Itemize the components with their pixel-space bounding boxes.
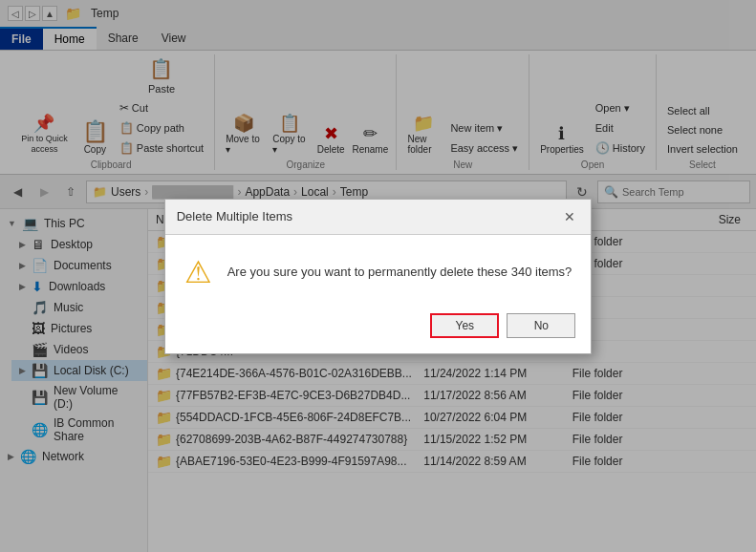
dialog-overlay: Delete Multiple Items ✕ ⚠ Are you sure y… xyxy=(0,0,756,552)
dialog-close-button[interactable]: ✕ xyxy=(560,207,579,226)
dialog-title: Delete Multiple Items xyxy=(177,209,292,223)
dialog-body: ⚠ Are you sure you want to permanently d… xyxy=(165,235,592,306)
dialog-message: Are you sure you want to permanently del… xyxy=(227,265,572,279)
dialog-title-bar: Delete Multiple Items ✕ xyxy=(165,200,592,235)
delete-dialog: Delete Multiple Items ✕ ⚠ Are you sure y… xyxy=(164,199,593,354)
dialog-yes-button[interactable]: Yes xyxy=(430,313,499,338)
warning-icon: ⚠ xyxy=(184,254,212,290)
dialog-buttons: Yes No xyxy=(165,306,592,353)
dialog-no-button[interactable]: No xyxy=(507,313,575,338)
